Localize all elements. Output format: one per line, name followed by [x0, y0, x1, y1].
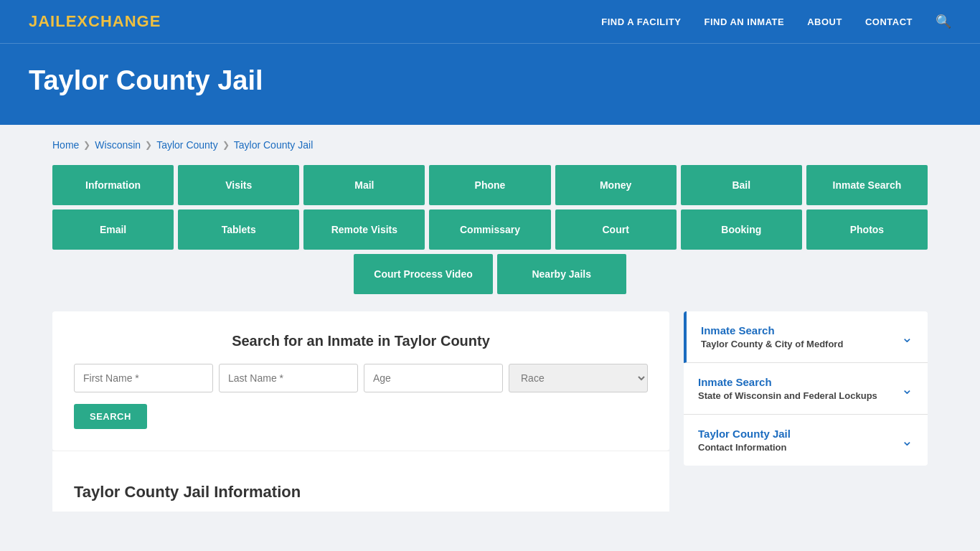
chevron-icon-1: ⌄ — [901, 329, 913, 346]
btn-remote-visits[interactable]: Remote Visits — [303, 209, 425, 250]
nav-contact[interactable]: CONTACT — [865, 17, 913, 27]
main-nav: FIND A FACILITY FIND AN INMATE ABOUT CON… — [601, 14, 951, 29]
chevron-icon-2: ⌄ — [901, 380, 913, 397]
main-layout: Search for an Inmate in Taylor County Ra… — [52, 311, 928, 512]
sidebar-item-inmate-search-2[interactable]: Inmate Search State of Wisconsin and Fed… — [684, 363, 928, 415]
btn-bail[interactable]: Bail — [681, 165, 802, 205]
btn-nearby-jails[interactable]: Nearby Jails — [497, 254, 626, 294]
btn-phone[interactable]: Phone — [429, 165, 550, 205]
info-section-title: Taylor County Jail Information — [74, 483, 648, 501]
btn-booking[interactable]: Booking — [681, 209, 802, 250]
search-icon-button[interactable]: 🔍 — [936, 14, 951, 29]
btn-email[interactable]: Email — [52, 209, 174, 250]
content-wrapper: Home ❯ Wisconsin ❯ Taylor County ❯ Taylo… — [24, 125, 956, 526]
btn-visits[interactable]: Visits — [178, 165, 299, 205]
header: JAILEXCHANGE FIND A FACILITY FIND AN INM… — [0, 0, 980, 43]
sidebar-item-title-3: Taylor County Jail — [698, 428, 791, 440]
sidebar-item-text-2: Inmate Search State of Wisconsin and Fed… — [698, 376, 877, 401]
sidebar-item-text-1: Inmate Search Taylor County & City of Me… — [701, 324, 843, 349]
btn-mail[interactable]: Mail — [303, 165, 425, 205]
search-fields: Race White Black Hispanic Asian Other — [74, 364, 648, 392]
btn-information[interactable]: Information — [52, 165, 174, 205]
nav-about[interactable]: ABOUT — [807, 17, 842, 27]
sidebar-item-text-3: Taylor County Jail Contact Information — [698, 428, 791, 453]
hero-section: Taylor County Jail — [0, 43, 980, 125]
sidebar-item-subtitle-2: State of Wisconsin and Federal Lockups — [698, 390, 877, 401]
page-title: Taylor County Jail — [29, 65, 951, 96]
search-button[interactable]: SEARCH — [74, 404, 147, 429]
breadcrumb-taylor-county[interactable]: Taylor County — [156, 139, 218, 151]
sidebar: Inmate Search Taylor County & City of Me… — [684, 311, 928, 466]
sidebar-item-subtitle-3: Contact Information — [698, 442, 791, 453]
btn-court[interactable]: Court — [555, 209, 677, 250]
btn-court-process-video[interactable]: Court Process Video — [354, 254, 492, 294]
first-name-input[interactable] — [74, 364, 213, 392]
breadcrumb-home[interactable]: Home — [52, 139, 79, 151]
button-grid-row1: Information Visits Mail Phone Money Bail… — [52, 165, 928, 205]
sidebar-item-subtitle-1: Taylor County & City of Medford — [701, 339, 843, 349]
nav-find-facility[interactable]: FIND A FACILITY — [601, 17, 681, 27]
sidebar-item-inmate-search-1[interactable]: Inmate Search Taylor County & City of Me… — [684, 311, 928, 363]
btn-photos[interactable]: Photos — [806, 209, 928, 250]
nav-find-inmate[interactable]: FIND AN INMATE — [704, 17, 784, 27]
inmate-search-box: Search for an Inmate in Taylor County Ra… — [52, 311, 669, 451]
age-input[interactable] — [364, 364, 503, 392]
breadcrumb-sep-1: ❯ — [83, 140, 90, 150]
last-name-input[interactable] — [219, 364, 358, 392]
logo-jail: JAIL — [29, 12, 66, 30]
btn-inmate-search[interactable]: Inmate Search — [806, 165, 928, 205]
sidebar-card: Inmate Search Taylor County & City of Me… — [684, 311, 928, 466]
breadcrumb-sep-2: ❯ — [145, 140, 152, 150]
sidebar-item-title-2: Inmate Search — [698, 376, 877, 388]
logo-exchange: EXCHANGE — [66, 12, 161, 30]
btn-tablets[interactable]: Tablets — [178, 209, 299, 250]
button-grid-row2: Email Tablets Remote Visits Commissary C… — [52, 209, 928, 250]
race-select[interactable]: Race White Black Hispanic Asian Other — [509, 364, 648, 392]
logo[interactable]: JAILEXCHANGE — [29, 12, 161, 31]
breadcrumb: Home ❯ Wisconsin ❯ Taylor County ❯ Taylo… — [52, 139, 928, 151]
sidebar-item-title-1: Inmate Search — [701, 324, 843, 336]
breadcrumb-taylor-jail[interactable]: Taylor County Jail — [234, 139, 314, 151]
chevron-icon-3: ⌄ — [901, 432, 913, 449]
info-section: Taylor County Jail Information — [52, 451, 669, 512]
breadcrumb-wisconsin[interactable]: Wisconsin — [95, 139, 141, 151]
sidebar-item-contact[interactable]: Taylor County Jail Contact Information ⌄ — [684, 415, 928, 466]
btn-money[interactable]: Money — [555, 165, 677, 205]
button-grid-row3: Court Process Video Nearby Jails — [52, 254, 928, 294]
btn-commissary[interactable]: Commissary — [429, 209, 550, 250]
breadcrumb-sep-3: ❯ — [222, 140, 230, 150]
left-column: Search for an Inmate in Taylor County Ra… — [52, 311, 669, 512]
search-title: Search for an Inmate in Taylor County — [74, 333, 648, 349]
